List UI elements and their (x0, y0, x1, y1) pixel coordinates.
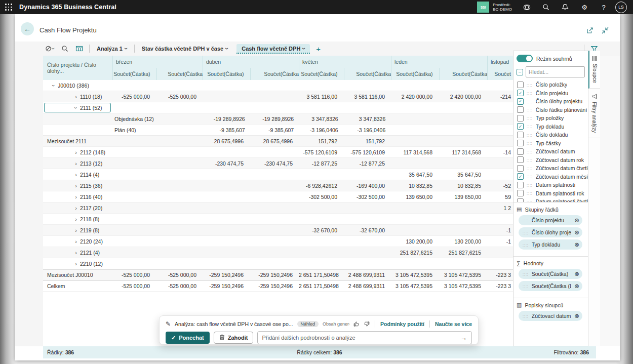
field-pill[interactable]: ::::Součet(Částka)⊗ (519, 269, 582, 279)
help-icon[interactable]: ? (594, 0, 613, 14)
row-label-cell[interactable]: Mezisoučet J00010 (43, 269, 112, 280)
value-cell[interactable]: -169 400,00 (343, 180, 391, 191)
collapse-icon[interactable] (602, 27, 609, 36)
search-rows-icon[interactable] (58, 42, 72, 56)
drag-handle-icon[interactable]: :::: (527, 191, 533, 195)
drag-handle-icon[interactable]: :::: (527, 133, 533, 137)
expand-chevron-icon[interactable]: › (72, 194, 80, 200)
value-cell[interactable]: 10 832,85 (391, 180, 439, 191)
value-cell[interactable]: 59 (487, 191, 513, 203)
value-cell[interactable]: -12 877,25 (299, 158, 343, 169)
row-label-cell[interactable]: ›2116 (40) (43, 191, 112, 203)
value-cell[interactable]: 1 2 (487, 203, 513, 214)
value-cell[interactable]: -32 670,00 (343, 225, 391, 236)
remove-icon[interactable]: ⊗ (574, 241, 579, 248)
row-label-cell[interactable]: ›2114 (4) (43, 169, 112, 180)
remove-icon[interactable]: ⊗ (574, 229, 579, 236)
value-cell[interactable]: 3 105 472,5395 (391, 280, 439, 292)
value-cell[interactable]: -302 500,00 (299, 191, 343, 203)
field-checkbox[interactable] (517, 156, 524, 163)
discard-button[interactable]: Zahodit (214, 332, 254, 344)
row-label-cell[interactable]: ›2111 (52) (43, 102, 112, 113)
field-checkbox[interactable] (517, 182, 524, 188)
terms-link[interactable]: Podmínky použití (380, 321, 424, 327)
value-cell[interactable]: -19 289,8926 (204, 113, 251, 125)
value-cell[interactable]: -230 474,75 (203, 158, 250, 169)
value-cell[interactable]: 117 314,568 (391, 147, 439, 158)
value-cell[interactable]: -1 (487, 236, 513, 247)
value-cell[interactable]: -230 474,75 (250, 158, 299, 169)
value-cell[interactable]: -28 675,4996 (250, 136, 299, 147)
value-cell[interactable]: 2 488 699,9311 (343, 269, 391, 280)
expand-chevron-icon[interactable]: › (72, 160, 80, 167)
field-checkbox[interactable] (517, 198, 524, 203)
send-arrow-icon[interactable]: → (456, 334, 471, 342)
field-checkbox[interactable]: ✓ (517, 123, 524, 130)
value-cell[interactable]: -9 385,607 (251, 125, 300, 136)
expand-chevron-icon[interactable]: › (72, 227, 80, 233)
learn-more-link[interactable]: Naučte se více (435, 321, 472, 327)
copilot-icon[interactable] (517, 0, 536, 14)
value-cell[interactable]: 2 651 171,50498 (299, 269, 343, 280)
value-cell[interactable]: -32 670,00 (299, 225, 343, 236)
expand-chevron-icon[interactable]: › (72, 238, 80, 245)
drag-handle-icon[interactable]: :::: (527, 157, 533, 162)
value-cell[interactable]: -302 500,00 (343, 191, 391, 203)
field-checkbox[interactable] (517, 190, 524, 196)
drag-handle-icon[interactable]: :::: (527, 107, 533, 112)
field-checkbox[interactable]: ✓ (517, 90, 524, 96)
value-cell[interactable]: 251 827,6215 (439, 247, 487, 258)
value-cell[interactable]: -214 (487, 91, 513, 102)
value-cell[interactable]: 139 650,00 (439, 191, 487, 203)
value-cell[interactable]: 3 581 116,00 (299, 91, 343, 102)
drag-handle-icon[interactable]: :::: (527, 166, 533, 171)
value-cell[interactable]: 130 200,00 (439, 236, 487, 247)
app-launcher-icon[interactable] (5, 4, 12, 11)
row-label-cell[interactable]: Plán (40) (43, 125, 114, 136)
value-cell[interactable]: 3 105 472,5395 (391, 269, 439, 280)
value-cell[interactable]: -6 928,42612 (299, 180, 343, 191)
value-cell[interactable]: -3 196,0406 (300, 125, 344, 136)
value-cell[interactable]: 3 105 472,5395 (439, 280, 487, 292)
value-cell[interactable]: 130 200,00 (391, 236, 439, 247)
drag-handle-icon[interactable]: :::: (523, 271, 529, 276)
field-pill[interactable]: ::::Číslo projektu⊗ (519, 215, 582, 225)
collapse-chevron-icon[interactable]: › (51, 82, 57, 90)
field-pill[interactable]: ::::Zúčtovací datum m...⊗ (519, 311, 582, 321)
value-cell[interactable]: 2 420 000,00 (391, 91, 439, 102)
value-cell[interactable]: 35 647,50 (391, 169, 439, 180)
value-cell[interactable]: 251 827,6215 (391, 247, 439, 258)
remove-icon[interactable]: ⊗ (574, 270, 579, 277)
add-analysis-tab-button[interactable]: + (310, 45, 327, 53)
value-cell[interactable]: -259 150,2496 (250, 280, 299, 292)
keep-button[interactable]: ✓Ponechat (166, 332, 210, 344)
value-cell[interactable]: -1 (487, 225, 513, 236)
tab-cash-flow-active[interactable]: Cash flow včetně DPH› (236, 44, 310, 54)
value-cell[interactable]: -19 289,8926 (251, 113, 300, 125)
expand-chevron-icon[interactable]: › (72, 172, 80, 178)
value-cell[interactable]: -52 (487, 180, 513, 191)
user-avatar[interactable]: LS (615, 2, 627, 13)
value-cell[interactable]: 35 647,50 (439, 169, 487, 180)
value-cell[interactable]: -575 120,6109 (299, 147, 343, 158)
field-checkbox[interactable] (517, 148, 524, 155)
value-cell[interactable]: -3 196,0406 (344, 125, 392, 136)
summary-mode-toggle[interactable] (517, 55, 533, 62)
value-cell[interactable]: 3 581 116,00 (343, 91, 391, 102)
row-label-cell[interactable]: ›2118 (8) (43, 214, 112, 225)
field-checkbox[interactable] (517, 165, 524, 172)
fields-search-input[interactable] (526, 66, 585, 77)
value-cell[interactable]: -12 877,25 (343, 158, 391, 169)
row-label-cell[interactable]: ›2119 (8) (43, 225, 112, 236)
value-cell[interactable]: 151,792 (343, 136, 391, 147)
back-button[interactable]: ← (21, 22, 34, 35)
row-label-cell[interactable]: ›2210 (12) (43, 258, 112, 269)
value-cell[interactable]: -525 000,00 (156, 269, 203, 280)
drag-handle-icon[interactable]: :::: (523, 284, 529, 288)
org-badge[interactable]: SSI (477, 2, 489, 13)
row-label-cell[interactable]: Mezisoučet 2111 (43, 136, 112, 147)
value-cell[interactable]: -575 120,6109 (343, 147, 391, 158)
field-checkbox[interactable]: ✓ (517, 173, 524, 180)
expand-chevron-icon[interactable]: › (72, 149, 80, 155)
remove-icon[interactable]: ⊗ (574, 282, 579, 290)
